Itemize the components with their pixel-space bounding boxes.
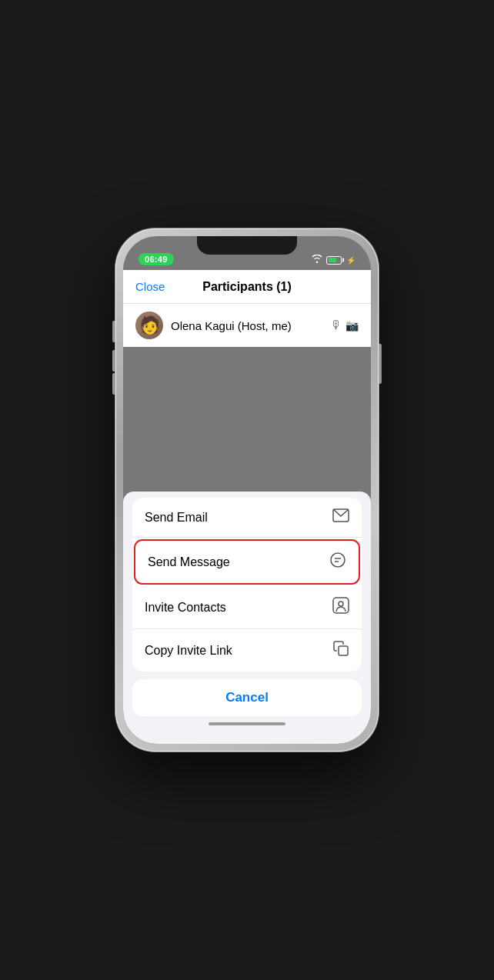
notch [197, 236, 297, 255]
participant-status-icons: 🎙 📷 [330, 318, 359, 332]
participant-item: 🧑 Olena Kagui (Host, me) 🎙 📷 [123, 304, 371, 347]
svg-point-3 [339, 602, 343, 606]
svg-rect-4 [339, 646, 348, 655]
phone-screen: 06:49 ⚡ [123, 236, 371, 744]
send-email-label: Send Email [145, 511, 208, 525]
invite-contacts-label: Invite Contacts [145, 601, 226, 615]
copy-invite-link-label: Copy Invite Link [145, 644, 232, 658]
message-icon [329, 552, 346, 572]
home-bar [209, 722, 285, 725]
nav-bar: Close Participants (1) [123, 270, 371, 304]
home-indicator [132, 716, 362, 732]
send-message-item[interactable]: Send Message [134, 539, 360, 585]
phone-frame: 06:49 ⚡ [115, 228, 379, 752]
bottom-sheet: Send Email Send Message [123, 492, 371, 744]
video-icon: 📷 [345, 319, 359, 332]
email-icon [332, 508, 349, 526]
wifi-icon [312, 255, 322, 265]
svg-rect-2 [333, 598, 349, 613]
send-message-label: Send Message [148, 555, 230, 569]
copy-invite-link-item[interactable]: Copy Invite Link [132, 629, 362, 672]
charging-icon: ⚡ [346, 256, 355, 265]
page-title: Participants (1) [202, 280, 292, 294]
status-time: 06:49 [139, 253, 174, 265]
microphone-icon: 🎙 [330, 318, 342, 332]
send-email-item[interactable]: Send Email [132, 498, 362, 538]
invite-contacts-item[interactable]: Invite Contacts [132, 586, 362, 629]
invite-contacts-icon [332, 597, 349, 618]
avatar-image: 🧑 [139, 315, 160, 335]
svg-point-1 [331, 553, 345, 567]
close-button[interactable]: Close [135, 280, 165, 293]
action-group: Send Email Send Message [132, 498, 362, 672]
battery-icon [326, 256, 342, 265]
avatar: 🧑 [135, 312, 163, 339]
participant-name: Olena Kagui (Host, me) [171, 319, 330, 332]
status-icons: ⚡ [312, 255, 355, 265]
cancel-button[interactable]: Cancel [132, 679, 362, 716]
copy-icon [332, 640, 349, 661]
